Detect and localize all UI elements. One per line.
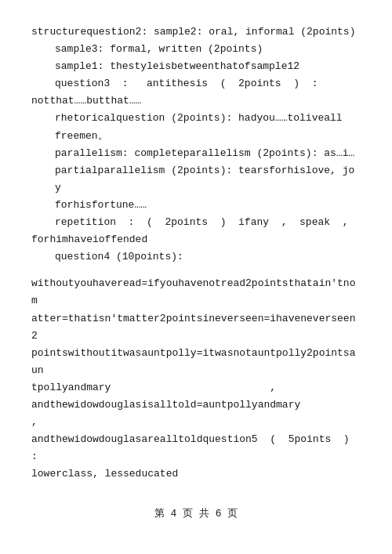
line-18: andthewidowdouglasisalltold=auntpollyand… <box>31 396 361 431</box>
line-6: freemen。 <box>31 128 361 145</box>
line-15: atter=thatisn'tmatter2pointsineverseen=i… <box>31 310 361 345</box>
line-4: notthat……butthat…… <box>31 92 361 110</box>
line-5: rhetoricalquestion (2points): hadyou……to… <box>31 110 361 127</box>
line-12: question4 (10points): <box>31 248 361 266</box>
line-8: partialparallelism (2points): tearsforhi… <box>31 162 361 197</box>
main-content: structurequestion2: sample2: oral, infor… <box>31 24 361 483</box>
line-19: andthewidowdouglasarealltoldquestion5 ( … <box>31 431 361 465</box>
line-16: pointswithoutitwasauntpolly=itwasnotaunt… <box>31 345 361 379</box>
line-9: forhisfortune…… <box>31 197 361 214</box>
line-10: repetition : ( 2points ) ifany , speak , <box>31 214 361 231</box>
line-7: parallelism: completeparallelism (2point… <box>31 145 361 162</box>
line-14: withoutyouhaveread=ifyouhavenotread2poin… <box>31 275 361 310</box>
line-2: sample1: thestyleisbetweenthatofsample12 <box>31 58 361 75</box>
spacer <box>31 266 361 275</box>
line-11: forhimhaveioffended <box>31 231 361 248</box>
line-1: sample3: formal, written (2points) <box>31 41 361 58</box>
line-17: tpollyandmary , <box>31 379 361 396</box>
page-footer: 第 4 页 共 6 页 <box>31 506 361 520</box>
line-0: structurequestion2: sample2: oral, infor… <box>31 24 361 41</box>
line-3: question3 : antithesis ( 2points ) : <box>31 75 361 92</box>
page-number: 第 4 页 共 6 页 <box>154 508 238 520</box>
line-20: lowerclass, lesseducated <box>31 465 361 483</box>
